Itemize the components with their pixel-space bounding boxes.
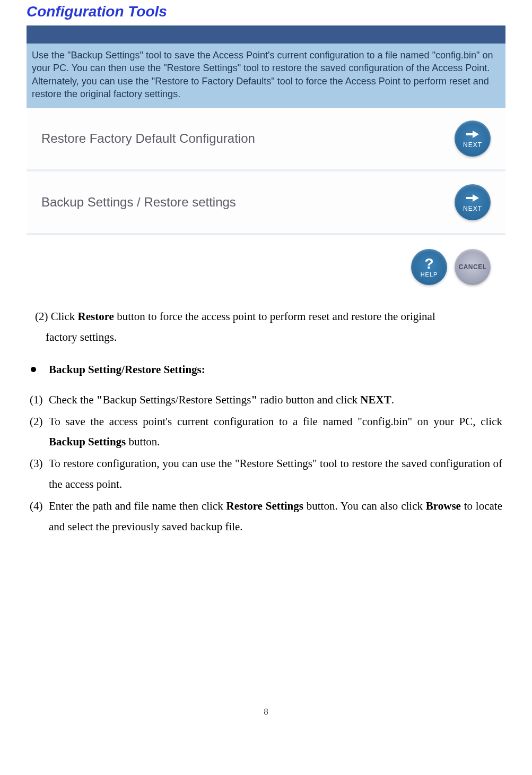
list-item: (3) To restore configuration, you can us… (30, 453, 502, 495)
panel-title: Configuration Tools (27, 0, 505, 25)
bullet-icon (31, 367, 36, 372)
text: . (391, 393, 394, 406)
bold-text: Browse (426, 500, 461, 512)
item-number: (2) (30, 411, 49, 453)
text: button. You can also click (303, 500, 426, 512)
text: button to force the access point to perf… (114, 310, 435, 323)
pointing-hand-icon (465, 192, 480, 204)
text: Backup Settings/Restore Settings (102, 393, 251, 406)
cancel-button[interactable]: CANCEL (455, 249, 491, 285)
item-number: (3) (30, 453, 49, 495)
next-label: NEXT (463, 141, 482, 149)
question-mark-icon: ? (424, 256, 433, 271)
text: (2) Click (35, 310, 77, 323)
text: Check the (49, 393, 97, 406)
next-button[interactable]: NEXT (455, 120, 491, 157)
bold-text: Restore (77, 310, 114, 323)
item-text: To save the access point's current confi… (49, 411, 502, 453)
item-text: Enter the path and file name then click … (49, 496, 502, 537)
text: factory settings. (46, 327, 502, 348)
pointing-hand-icon (465, 128, 480, 140)
help-label: HELP (421, 271, 438, 278)
item-text: To restore configuration, you can use th… (49, 453, 502, 495)
option-label: Restore Factory Default Configuration (41, 131, 255, 146)
item-number: (1) (30, 390, 49, 410)
item-text: Check the "Backup Settings/Restore Setti… (49, 390, 502, 410)
list-item: (2) To save the access point's current c… (30, 411, 502, 453)
text: Enter the path and file name then click (49, 500, 226, 512)
option-label: Backup Settings / Restore settings (41, 195, 236, 210)
section-title: Backup Setting/Restore Settings: (49, 359, 205, 380)
list-item: (4) Enter the path and file name then cl… (30, 496, 502, 537)
option-row-backup-restore[interactable]: Backup Settings / Restore settings NEXT (27, 171, 505, 235)
bold-text: " (97, 393, 103, 406)
help-button[interactable]: ? HELP (411, 249, 447, 285)
bold-text: NEXT (360, 393, 391, 406)
item-number: (4) (30, 496, 49, 537)
list-item: (1) Check the "Backup Settings/Restore S… (30, 390, 502, 410)
bold-text: Restore Settings (226, 500, 303, 512)
text: radio button and click (257, 393, 360, 406)
bullet-heading: Backup Setting/Restore Settings: (30, 359, 502, 380)
option-row-restore-factory[interactable]: Restore Factory Default Configuration NE… (27, 108, 505, 171)
cancel-label: CANCEL (459, 263, 487, 271)
bold-text: Backup Settings (49, 435, 126, 448)
bold-text: " (251, 393, 257, 406)
numbered-list: (1) Check the "Backup Settings/Restore S… (30, 390, 502, 537)
instruction-step-2: (2) Click Restore button to force the ac… (35, 306, 502, 348)
text: To restore configuration, you can use th… (49, 457, 502, 490)
panel-description: Use the "Backup Settings" tool to save t… (27, 44, 505, 108)
page-number: 8 (27, 707, 505, 727)
panel-header-bar (27, 25, 505, 44)
panel-footer-buttons: ? HELP CANCEL (27, 235, 505, 290)
config-tools-panel: Configuration Tools Use the "Backup Sett… (27, 0, 505, 290)
text: button. (126, 435, 160, 448)
text: To save the access point's current confi… (49, 415, 502, 428)
document-body: (2) Click Restore button to force the ac… (27, 290, 505, 537)
next-button[interactable]: NEXT (455, 184, 491, 220)
next-label: NEXT (463, 205, 482, 212)
